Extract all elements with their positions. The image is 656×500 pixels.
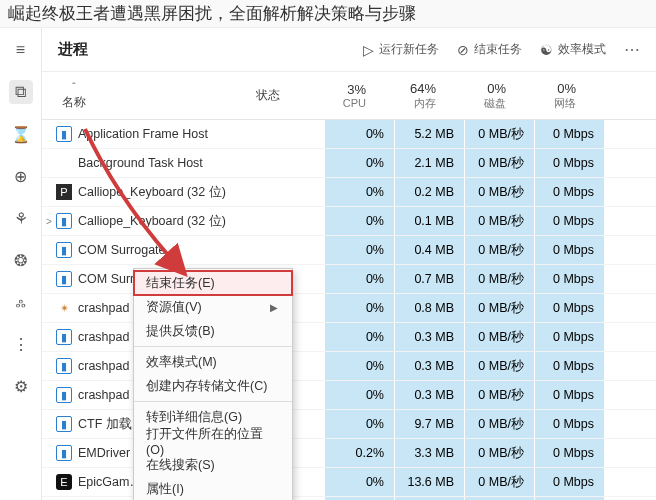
net-cell: 0 Mbps: [534, 410, 604, 438]
sidebar-glyph-icon: ⚘: [14, 209, 28, 228]
ctx-item[interactable]: 提供反馈(B): [134, 319, 292, 343]
disk-cell: 0 MB/秒: [464, 410, 534, 438]
mem-cell: 0.3 MB: [394, 352, 464, 380]
mem-cell: 2.1 MB: [394, 149, 464, 177]
sidebar-item-3[interactable]: ⊕: [9, 164, 33, 188]
ctx-item[interactable]: 结束任务(E): [134, 271, 292, 295]
net-cell: 0 Mbps: [534, 265, 604, 293]
col-网络-header[interactable]: 0%网络: [516, 81, 586, 111]
submenu-arrow-icon: ▶: [270, 302, 278, 313]
page-title: 崛起终极王者遭遇黑屏困扰，全面解析解决策略与步骤: [8, 2, 416, 25]
table-row[interactable]: ▮Application Frame Host0%5.2 MB0 MB/秒0 M…: [42, 120, 656, 149]
run-new-task-label: 运行新任务: [379, 41, 439, 58]
disk-cell: 0 MB/秒: [464, 178, 534, 206]
process-icon: ▮: [56, 126, 72, 142]
disk-cell: 0 MB/秒: [464, 120, 534, 148]
sidebar-glyph-icon: ⊕: [14, 167, 27, 186]
disk-cell: 0 MB/秒: [464, 352, 534, 380]
net-cell: 0 Mbps: [534, 323, 604, 351]
process-icon: ▮: [56, 213, 72, 229]
page-title-bar: 崛起终极王者遭遇黑屏困扰，全面解析解决策略与步骤: [0, 0, 656, 28]
disk-cell: 0 MB/秒: [464, 236, 534, 264]
ctx-item[interactable]: 打开文件所在的位置(O): [134, 429, 292, 453]
process-icon: ▮: [56, 242, 72, 258]
ctx-item-label: 结束任务(E): [146, 275, 215, 292]
col-name-header[interactable]: ˆ 名称: [56, 80, 256, 111]
process-icon: ▮: [56, 387, 72, 403]
cpu-cell: 0%: [324, 149, 394, 177]
sidebar-item-8[interactable]: ⚙: [9, 374, 33, 398]
table-header: ˆ 名称 状态 3%CPU64%内存0%磁盘0%网络: [42, 72, 656, 120]
process-name: Background Task Host: [78, 156, 274, 170]
cpu-cell: 0%: [324, 178, 394, 206]
sidebar-item-6[interactable]: ஃ: [9, 290, 33, 314]
ctx-item[interactable]: 在线搜索(S): [134, 453, 292, 477]
more-icon[interactable]: ⋯: [624, 40, 640, 59]
disk-cell: 0 MB/秒: [464, 468, 534, 496]
ctx-item-label: 在线搜索(S): [146, 457, 215, 474]
col-name-label: 名称: [62, 95, 86, 109]
ctx-item[interactable]: 创建内存转储文件(C): [134, 374, 292, 398]
ctx-item[interactable]: 资源值(V)▶: [134, 295, 292, 319]
ctx-item-label: 提供反馈(B): [146, 323, 215, 340]
ctx-item[interactable]: 属性(I): [134, 477, 292, 500]
sidebar-glyph-icon: ≡: [16, 41, 25, 59]
sidebar-glyph-icon: ⋮: [13, 335, 29, 354]
cpu-cell: 0.2%: [324, 439, 394, 467]
process-name: Calliope_Keyboard (32 位): [78, 213, 274, 230]
net-cell: 0 Mbps: [534, 439, 604, 467]
cpu-cell: 0%: [324, 468, 394, 496]
ctx-item-label: 打开文件所在的位置(O): [146, 426, 278, 457]
process-name: Calliope_Keyboard (32 位): [78, 184, 274, 201]
process-icon: ▮: [56, 271, 72, 287]
context-menu: 结束任务(E)资源值(V)▶提供反馈(B)效率模式(M)创建内存转储文件(C)转…: [133, 268, 293, 500]
sidebar-item-1[interactable]: ⧉: [9, 80, 33, 104]
sidebar-glyph-icon: ⚙: [14, 377, 28, 396]
play-icon: ▷: [363, 42, 374, 58]
col-内存-header[interactable]: 64%内存: [376, 81, 446, 111]
metric-label: 网络: [554, 96, 576, 111]
ctx-item-label: 效率模式(M): [146, 354, 217, 371]
sidebar-item-7[interactable]: ⋮: [9, 332, 33, 356]
col-cpu-header[interactable]: 3%CPU: [306, 81, 376, 111]
metric-pct: 0%: [557, 81, 576, 96]
process-icon: P: [56, 184, 72, 200]
sidebar-item-4[interactable]: ⚘: [9, 206, 33, 230]
efficiency-mode-button[interactable]: ☯ 效率模式: [540, 41, 606, 58]
sidebar-item-2[interactable]: ⌛: [9, 122, 33, 146]
header: 进程 ▷ 运行新任务 ⊘ 结束任务 ☯ 效率模式 ⋯: [42, 28, 656, 72]
sidebar-item-5[interactable]: ❂: [9, 248, 33, 272]
header-actions: ▷ 运行新任务 ⊘ 结束任务 ☯ 效率模式 ⋯: [363, 40, 640, 59]
table-row[interactable]: PCalliope_Keyboard (32 位)0%0.2 MB0 MB/秒0…: [42, 178, 656, 207]
col-磁盘-header[interactable]: 0%磁盘: [446, 81, 516, 111]
mem-cell: 0.3 MB: [394, 381, 464, 409]
sort-arrow-icon: ˆ: [72, 81, 76, 93]
ctx-item[interactable]: 效率模式(M): [134, 350, 292, 374]
process-icon: [56, 155, 72, 171]
sidebar-glyph-icon: ⧉: [15, 83, 26, 101]
net-cell: 0 Mbps: [534, 149, 604, 177]
metric-pct: 64%: [410, 81, 436, 96]
process-name: COM Surrogate: [78, 243, 274, 257]
net-cell: 0 Mbps: [534, 468, 604, 496]
mem-cell: 0.4 MB: [394, 236, 464, 264]
sidebar-item-0[interactable]: ≡: [9, 38, 33, 62]
mem-cell: 9.7 MB: [394, 410, 464, 438]
table-row[interactable]: >▮Calliope_Keyboard (32 位)0%0.1 MB0 MB/秒…: [42, 207, 656, 236]
net-cell: 0 Mbps: [534, 381, 604, 409]
table-row[interactable]: ▮COM Surrogate0%0.4 MB0 MB/秒0 Mbps: [42, 236, 656, 265]
mem-cell: 5.2 MB: [394, 120, 464, 148]
process-icon: ▮: [56, 445, 72, 461]
cpu-cell: 0%: [324, 294, 394, 322]
net-cell: 0 Mbps: [534, 178, 604, 206]
net-cell: 0 Mbps: [534, 207, 604, 235]
cpu-cell: 0%: [324, 120, 394, 148]
run-new-task-button[interactable]: ▷ 运行新任务: [363, 41, 439, 58]
col-status-header[interactable]: 状态: [256, 87, 306, 104]
mem-cell: 0.3 MB: [394, 323, 464, 351]
process-icon: ▮: [56, 329, 72, 345]
end-task-button[interactable]: ⊘ 结束任务: [457, 41, 522, 58]
expand-icon[interactable]: >: [42, 216, 56, 227]
sidebar-glyph-icon: ⌛: [11, 125, 31, 144]
table-row[interactable]: Background Task Host0%2.1 MB0 MB/秒0 Mbps: [42, 149, 656, 178]
